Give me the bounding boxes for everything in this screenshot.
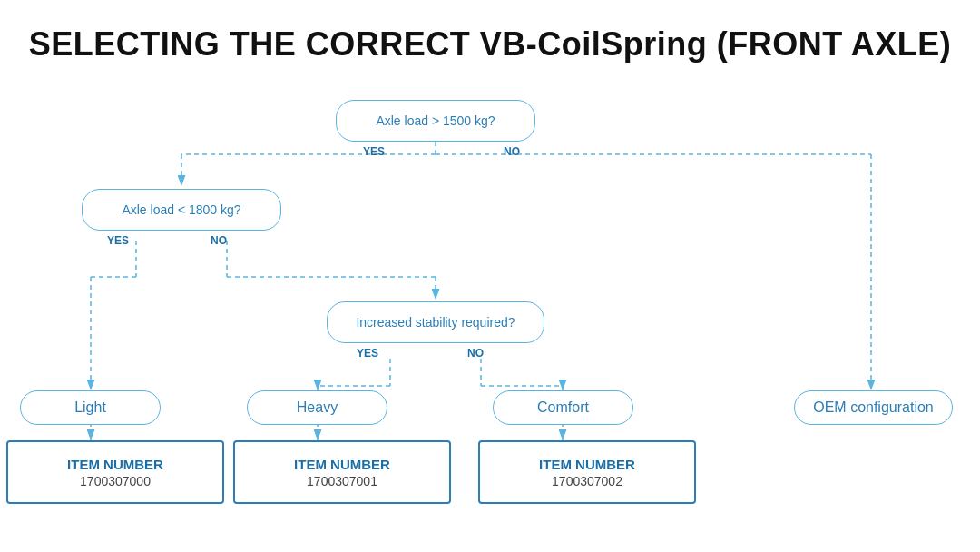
item-number-1: 1700307000 (80, 474, 151, 488)
q1-yes-label: YES (363, 145, 385, 158)
q3-no-label: NO (467, 347, 484, 360)
item-box-3: ITEM NUMBER 1700307002 (478, 440, 696, 504)
item-label-2: ITEM NUMBER (294, 457, 390, 472)
decision-q2: Axle load < 1800 kg? (82, 189, 281, 231)
result-heavy: Heavy (247, 390, 387, 425)
item-number-2: 1700307001 (307, 474, 377, 488)
page-title: SELECTING THE CORRECT VB-CoilSpring (FRO… (0, 0, 980, 73)
item-number-3: 1700307002 (552, 474, 622, 488)
q2-no-label: NO (211, 234, 227, 247)
diagram-area: Axle load > 1500 kg? YES NO Axle load < … (0, 82, 980, 527)
q3-yes-label: YES (357, 347, 378, 360)
decision-q1: Axle load > 1500 kg? (336, 100, 535, 142)
q1-no-label: NO (504, 145, 520, 158)
result-light: Light (20, 390, 161, 425)
item-box-1: ITEM NUMBER 1700307000 (6, 440, 224, 504)
item-box-2: ITEM NUMBER 1700307001 (233, 440, 451, 504)
result-comfort: Comfort (493, 390, 633, 425)
decision-q3: Increased stability required? (327, 301, 544, 343)
q2-yes-label: YES (107, 234, 129, 247)
item-label-1: ITEM NUMBER (67, 457, 163, 472)
result-oem: OEM configuration (794, 390, 953, 425)
item-label-3: ITEM NUMBER (539, 457, 635, 472)
